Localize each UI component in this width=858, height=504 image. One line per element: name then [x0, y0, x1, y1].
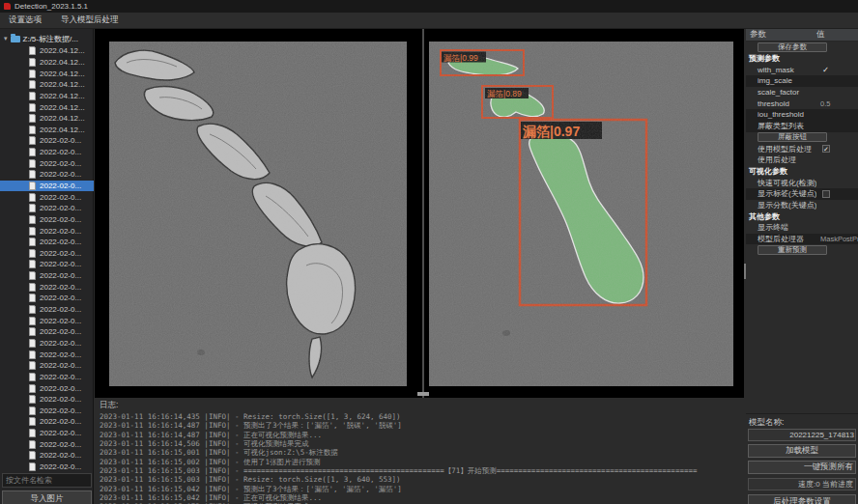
- parameter-row[interactable]: 保存参数: [746, 42, 858, 53]
- parameter-row[interactable]: img_scale: [746, 75, 858, 87]
- tree-item[interactable]: 2022-02-0...: [0, 462, 94, 471]
- checkbox-unchecked[interactable]: [822, 190, 830, 198]
- parameter-row[interactable]: 显示分数(关键点): [746, 200, 858, 211]
- parameter-button[interactable]: 保存参数: [758, 42, 827, 52]
- tree-item-label: 2022-02-0...: [40, 406, 81, 415]
- tree-item[interactable]: 2022-02-0...: [0, 214, 94, 226]
- load-model-button[interactable]: 加载模型: [748, 444, 856, 458]
- tree-item-label: 2022-02-0...: [40, 327, 81, 336]
- parameter-row[interactable]: 显示终端: [746, 222, 858, 234]
- parameter-value: ✓: [816, 65, 858, 74]
- tree-item[interactable]: 2022.04.12...: [0, 91, 94, 102]
- tree-item[interactable]: 2022-02-0...: [0, 438, 94, 450]
- parameter-row[interactable]: 快速可视化(检测): [746, 177, 858, 188]
- tree-item[interactable]: 2022-02-0...: [0, 270, 94, 282]
- tree-item-label: 2022.04.12...: [40, 46, 85, 55]
- file-icon: [29, 58, 36, 67]
- tree-item[interactable]: 2022-02-0...: [0, 225, 94, 237]
- log-lines: 2023-01-11 16:16:14,435 |INFO| - Resize:…: [100, 412, 744, 504]
- search-input[interactable]: [2, 473, 92, 488]
- file-icon: [29, 159, 36, 168]
- tree-item[interactable]: 2022-02-0...: [0, 191, 94, 203]
- tree-item[interactable]: 2022.04.12...: [0, 79, 94, 91]
- parameter-label: 快速可视化(检测): [746, 178, 816, 188]
- tree-item[interactable]: 2022-02-0...: [0, 372, 94, 383]
- tree-item[interactable]: 2022-02-0...: [0, 394, 94, 406]
- tree-item[interactable]: 2022-02-0...: [0, 157, 94, 169]
- menu-item-settings[interactable]: 设置选项: [9, 14, 42, 26]
- tree-item[interactable]: 2022-02-0...: [0, 169, 94, 181]
- tree-item[interactable]: 2022-02-0...: [0, 450, 94, 462]
- tree-item-label: 2022-02-0...: [40, 182, 81, 190]
- tree-item[interactable]: 2022.04.12...: [0, 68, 94, 79]
- parameter-row[interactable]: 使用后处理: [746, 154, 858, 166]
- parameter-row[interactable]: 模型后处理器MaskPostPro: [746, 234, 858, 245]
- tree-item[interactable]: 2022.04.12...: [0, 101, 94, 113]
- postprocess-settings-button[interactable]: 后处理参数设置: [748, 494, 856, 504]
- file-icon: [29, 148, 36, 156]
- tree-item[interactable]: 2022-02-0...: [0, 181, 94, 192]
- menu-item-import-postprocess[interactable]: 导入模型后处理: [61, 14, 119, 26]
- parameter-button[interactable]: 重新预测: [758, 245, 827, 255]
- tree-item[interactable]: 2022-02-0...: [0, 382, 94, 394]
- parameter-label: threshold: [746, 99, 816, 108]
- tree-item-label: 2022-02-0...: [40, 260, 81, 268]
- tree-item-label: 2022-02-0...: [40, 193, 81, 202]
- parameter-row[interactable]: 显示标签(关键点): [746, 188, 858, 200]
- tree-item[interactable]: 2022-02-0...: [0, 147, 94, 158]
- tree-item[interactable]: 2022.04.12...: [0, 124, 94, 135]
- tree-item[interactable]: 2022-02-0...: [0, 315, 94, 326]
- tree-item-label: 2022-02-0...: [40, 373, 81, 381]
- parameter-row[interactable]: 屏蔽类型列表: [746, 121, 858, 132]
- log-line: 2023-01-11 16:16:15,042 |INFO| - 正在可视化预测…: [100, 493, 744, 502]
- tree-item[interactable]: 2022-02-0...: [0, 349, 94, 360]
- tree-item[interactable]: 2022.04.12...: [0, 45, 94, 57]
- tree-item[interactable]: 2022.04.12...: [0, 113, 94, 125]
- tree-item[interactable]: 2022-02-0...: [0, 248, 94, 260]
- tree-item[interactable]: 2022-02-0...: [0, 203, 94, 214]
- tree-item-label: 2022-02-0...: [40, 148, 81, 156]
- file-icon: [29, 406, 36, 415]
- parameter-row[interactable]: 重新预测: [746, 244, 858, 256]
- tree-item[interactable]: 2022-02-0...: [0, 416, 94, 428]
- tree-item[interactable]: 2022-02-0...: [0, 326, 94, 338]
- predict-all-button[interactable]: 一键预测所有: [748, 461, 856, 474]
- tree-item[interactable]: 2022-02-0...: [0, 237, 94, 248]
- tree-item[interactable]: 2022-02-0...: [0, 338, 94, 350]
- file-icon: [29, 339, 36, 348]
- file-icon: [29, 70, 36, 78]
- image-splitter[interactable]: [422, 29, 424, 398]
- tree-item-label: 2022.04.12...: [40, 58, 85, 67]
- parameter-row[interactable]: scale_factor: [746, 87, 858, 98]
- parameter-row[interactable]: with_mask✓: [746, 64, 858, 75]
- parameter-row[interactable]: threshold0.5: [746, 98, 858, 109]
- file-icon: [29, 271, 36, 280]
- tree-root-folder[interactable]: ▾ Z:/5-标注数据/...: [0, 32, 93, 45]
- parameter-row[interactable]: 使用模型后处理✓: [746, 143, 858, 154]
- tree-item[interactable]: 2022-02-0...: [0, 135, 94, 147]
- log-label: 日志:: [100, 400, 744, 411]
- file-icon: [29, 395, 36, 404]
- tree-item[interactable]: 2022-02-0...: [0, 304, 94, 316]
- prediction-image: 漏箔|0.99 漏箔|0.89 漏箔|0.97: [429, 42, 733, 386]
- tree-item-label: 2022-02-0...: [40, 170, 81, 179]
- log-line: 2023-01-11 16:16:14,506 |INFO| - 可视化预测结果…: [100, 439, 744, 448]
- tree-item[interactable]: 2022-02-0...: [0, 406, 94, 417]
- splitter-handle[interactable]: [417, 392, 429, 396]
- file-icon: [29, 170, 36, 179]
- tree-item[interactable]: 2022-02-0...: [0, 293, 94, 304]
- model-name-field[interactable]: 20221225_174813: [748, 429, 856, 441]
- parameter-row[interactable]: iou_threshold: [746, 109, 858, 121]
- parameter-row[interactable]: 屏蔽按钮: [746, 132, 858, 144]
- tree-item[interactable]: 2022-02-0...: [0, 281, 94, 293]
- tree-item[interactable]: 2022.04.12...: [0, 57, 94, 69]
- tree-item-label: 2022-02-0...: [40, 451, 81, 460]
- parameter-button[interactable]: 屏蔽按钮: [758, 132, 827, 142]
- tree-root-label: Z:/5-标注数据/...: [23, 34, 78, 44]
- tree-item[interactable]: 2022-02-0...: [0, 259, 94, 270]
- tree-item[interactable]: 2022-02-0...: [0, 360, 94, 372]
- checkbox-checked[interactable]: ✓: [822, 145, 830, 153]
- tree-item[interactable]: 2022-02-0...: [0, 428, 94, 439]
- tree-item-label: 2022-02-0...: [40, 249, 81, 258]
- import-images-button[interactable]: 导入图片: [2, 490, 92, 504]
